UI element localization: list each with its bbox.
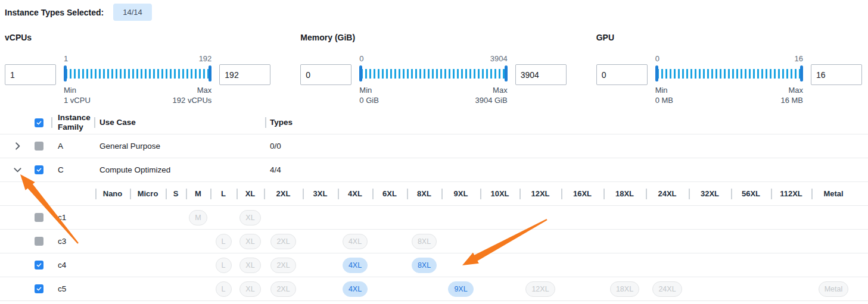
slider-range-start-label: 0 xyxy=(655,54,659,64)
slider-ticks xyxy=(657,69,801,79)
types-count: 4/4 xyxy=(265,165,868,174)
size-pill-c3-8xl[interactable]: 8XL xyxy=(412,234,437,249)
filter-label: vCPUs xyxy=(5,33,270,42)
min-input[interactable] xyxy=(300,64,351,85)
size-pill-c1-m[interactable]: M xyxy=(189,210,207,225)
size-column-label: 18XL xyxy=(615,189,634,198)
slider-track[interactable] xyxy=(655,65,803,82)
size-column-label: 56XL xyxy=(742,189,760,198)
slider-range-start-label: 1 xyxy=(64,54,68,64)
size-pill-c3-l[interactable]: L xyxy=(216,234,232,249)
slider-min-detail: 0 MB xyxy=(655,95,673,105)
size-pill-c5-2xl[interactable]: 2XL xyxy=(270,281,295,297)
instance-checkbox[interactable] xyxy=(35,213,43,222)
instance-checkbox[interactable] xyxy=(35,284,43,293)
family-checkbox[interactable] xyxy=(35,165,43,174)
size-column-header-xl: XL xyxy=(237,182,264,205)
size-pill-c4-4xl[interactable]: 4XL xyxy=(343,258,368,273)
size-column-header-112xl: 112XL xyxy=(771,182,811,205)
size-column-label: 112XL xyxy=(780,189,802,198)
instance-checkbox[interactable] xyxy=(35,237,43,246)
filter-label: Memory (GiB) xyxy=(300,33,566,42)
slider-max-handle[interactable] xyxy=(505,65,508,82)
max-input[interactable] xyxy=(515,64,567,85)
size-column-label: 6XL xyxy=(382,189,397,198)
size-column-header-metal: Metal xyxy=(811,182,855,205)
size-column-label: XL xyxy=(245,189,256,198)
size-pill-c3-4xl[interactable]: 4XL xyxy=(343,234,368,249)
size-column-label: 16XL xyxy=(573,189,592,198)
filters-row: vCPUs1192Min1 vCPUMax192 vCPUsMemory (Gi… xyxy=(0,33,868,105)
check-icon xyxy=(36,120,42,126)
instance-name: c3 xyxy=(58,237,66,246)
size-column-label: 2XL xyxy=(276,189,291,198)
size-column-label: 24XL xyxy=(658,189,676,198)
slider-max-handle[interactable] xyxy=(800,65,803,82)
family-checkbox[interactable] xyxy=(35,142,43,151)
size-pill-c3-xl[interactable]: XL xyxy=(239,234,260,249)
column-header-types: Types xyxy=(265,118,868,127)
slider-range-start-label: 0 xyxy=(359,54,363,64)
size-pill-c5-18xl[interactable]: 18XL xyxy=(610,281,639,297)
size-pill-c5-l[interactable]: L xyxy=(216,281,232,297)
slider-max-handle[interactable] xyxy=(209,65,211,82)
filter-vcpus: vCPUs1192Min1 vCPUMax192 vCPUs xyxy=(5,33,270,105)
size-column-header-3xl: 3XL xyxy=(303,182,338,205)
size-pill-c5-9xl[interactable]: 9XL xyxy=(448,281,473,297)
family-row-c: CCompute Optimized4/4 xyxy=(0,158,868,182)
table-header: Instance Family Use Case Types xyxy=(0,111,868,134)
expand-chevron-icon[interactable] xyxy=(11,140,23,152)
size-column-header-l: L xyxy=(210,182,237,205)
size-pill-c5-24xl[interactable]: 24XL xyxy=(652,281,682,297)
min-input[interactable] xyxy=(596,64,648,85)
slider-min-caption: Min xyxy=(64,85,91,95)
collapse-chevron-icon[interactable] xyxy=(11,164,23,176)
slider-min-handle[interactable] xyxy=(64,65,67,82)
size-pill-c5-12xl[interactable]: 12XL xyxy=(525,281,555,297)
instance-row-c3: c3LXL2XL4XL8XL xyxy=(0,230,868,253)
types-count: 0/0 xyxy=(265,142,868,151)
slider-track[interactable] xyxy=(64,65,211,82)
slider-range-end-label: 16 xyxy=(795,54,803,64)
size-pill-c4-2xl[interactable]: 2XL xyxy=(270,258,295,273)
slider-ticks xyxy=(361,69,505,79)
slider-min-handle[interactable] xyxy=(359,65,362,82)
use-case: General Purpose xyxy=(94,142,265,151)
slider-max-caption: Max xyxy=(475,85,507,95)
slider-min-handle[interactable] xyxy=(655,65,658,82)
size-pill-c5-xl[interactable]: XL xyxy=(239,281,260,297)
instance-name: c1 xyxy=(58,213,66,222)
size-column-header-32xl: 32XL xyxy=(689,182,731,205)
max-input[interactable] xyxy=(219,64,270,85)
size-column-header-10xl: 10XL xyxy=(480,182,519,205)
size-column-header-24xl: 24XL xyxy=(646,182,689,205)
instance-checkbox[interactable] xyxy=(35,261,43,269)
size-pill-c1-xl[interactable]: XL xyxy=(239,210,260,225)
max-input[interactable] xyxy=(811,64,862,85)
size-column-label: M xyxy=(195,189,201,198)
size-column-header-m: M xyxy=(186,182,210,205)
size-column-label: 12XL xyxy=(531,189,549,198)
size-column-header-9xl: 9XL xyxy=(441,182,480,205)
slider-max-detail: 192 vCPUs xyxy=(173,95,212,105)
selected-count-badge: 14/14 xyxy=(113,4,152,21)
size-pill-c5-4xl[interactable]: 4XL xyxy=(343,281,368,297)
slider-track[interactable] xyxy=(359,65,507,82)
range-slider: 1192Min1 vCPUMax192 vCPUs xyxy=(64,54,211,105)
size-pill-c4-xl[interactable]: XL xyxy=(239,258,260,273)
size-pill-c3-2xl[interactable]: 2XL xyxy=(270,234,295,249)
size-columns-header: NanoMicroSMLXL2XL3XL4XL6XL8XL9XL10XL12XL… xyxy=(0,182,868,206)
range-slider: 016Min0 MBMax16 MB xyxy=(655,54,803,105)
min-input[interactable] xyxy=(5,64,56,85)
slider-max-detail: 3904 GiB xyxy=(475,95,507,105)
filter-label: GPU xyxy=(596,33,862,42)
instance-row-c1: c1MXL xyxy=(0,206,868,230)
slider-range-end-label: 192 xyxy=(199,54,212,64)
size-pill-c4-8xl[interactable]: 8XL xyxy=(412,258,437,273)
use-case: Compute Optimized xyxy=(94,165,265,174)
size-column-label: 9XL xyxy=(454,189,468,198)
size-pill-c5-metal[interactable]: Metal xyxy=(819,281,849,297)
size-pill-c4-l[interactable]: L xyxy=(216,258,232,273)
select-all-checkbox[interactable] xyxy=(35,118,43,127)
family-row-a: AGeneral Purpose0/0 xyxy=(0,134,868,158)
